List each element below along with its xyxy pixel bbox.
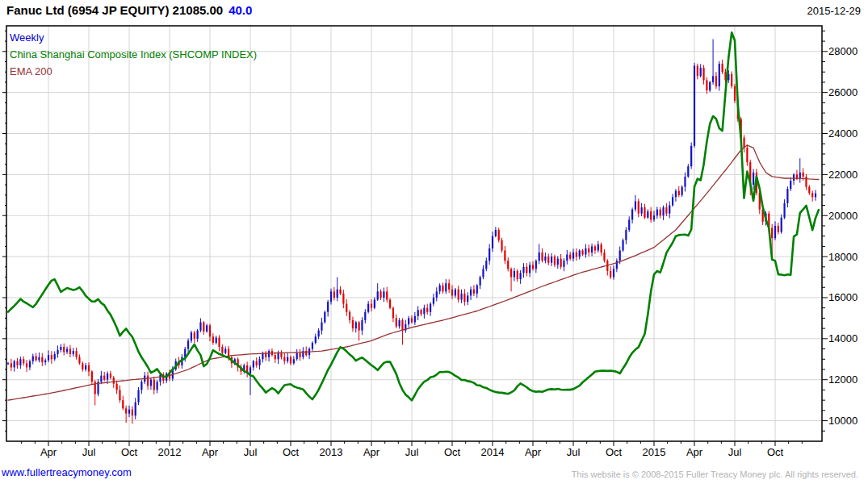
- svg-text:10000: 10000: [828, 415, 858, 427]
- svg-text:12000: 12000: [828, 373, 858, 386]
- svg-text:Jul: Jul: [405, 446, 419, 458]
- svg-text:2015: 2015: [643, 446, 666, 458]
- svg-text:Jul: Jul: [244, 446, 258, 458]
- svg-text:Oct: Oct: [606, 446, 623, 458]
- instrument-title: Fanuc Ltd (6954 JP EQUITY) 21085.00: [6, 3, 223, 17]
- legend-item-ema200: EMA 200: [10, 63, 257, 80]
- svg-text:2014: 2014: [481, 446, 505, 458]
- page-title: Fanuc Ltd (6954 JP EQUITY) 21085.0040.0: [6, 3, 252, 17]
- price-change: 40.0: [229, 3, 252, 17]
- svg-text:22000: 22000: [828, 169, 858, 181]
- svg-text:Apr: Apr: [40, 446, 57, 458]
- chart-legend: Weekly China Shanghai Composite Index (S…: [10, 29, 257, 80]
- chart-date: 2015-12-29: [807, 5, 862, 17]
- svg-text:Apr: Apr: [686, 446, 703, 458]
- svg-text:Jul: Jul: [82, 446, 96, 458]
- svg-text:2012: 2012: [158, 446, 182, 458]
- svg-text:14000: 14000: [828, 332, 858, 344]
- svg-text:26000: 26000: [828, 86, 858, 98]
- footer-copyright: This website is © 2008-2015 Fuller Treac…: [572, 469, 858, 479]
- svg-text:Oct: Oct: [121, 446, 138, 458]
- svg-text:Oct: Oct: [283, 446, 300, 458]
- footer-link[interactable]: www.fullertreacymoney.com: [2, 466, 132, 478]
- svg-text:Jul: Jul: [567, 446, 581, 458]
- legend-item-weekly: Weekly: [10, 29, 257, 46]
- svg-text:Oct: Oct: [444, 446, 461, 458]
- svg-text:Apr: Apr: [363, 446, 380, 458]
- svg-text:24000: 24000: [828, 127, 858, 140]
- legend-item-shcomp: China Shanghai Composite Index (SHCOMP I…: [10, 46, 257, 63]
- svg-text:18000: 18000: [828, 251, 858, 263]
- svg-text:28000: 28000: [828, 45, 858, 57]
- svg-text:Oct: Oct: [767, 446, 784, 458]
- svg-text:20000: 20000: [828, 210, 858, 222]
- svg-text:Apr: Apr: [202, 446, 219, 458]
- svg-text:Jul: Jul: [728, 446, 742, 458]
- svg-text:Apr: Apr: [525, 446, 542, 458]
- svg-text:2013: 2013: [320, 446, 343, 458]
- chart-page: { "header": { "title": "Fanuc Ltd (6954 …: [0, 0, 868, 484]
- svg-text:16000: 16000: [828, 291, 858, 303]
